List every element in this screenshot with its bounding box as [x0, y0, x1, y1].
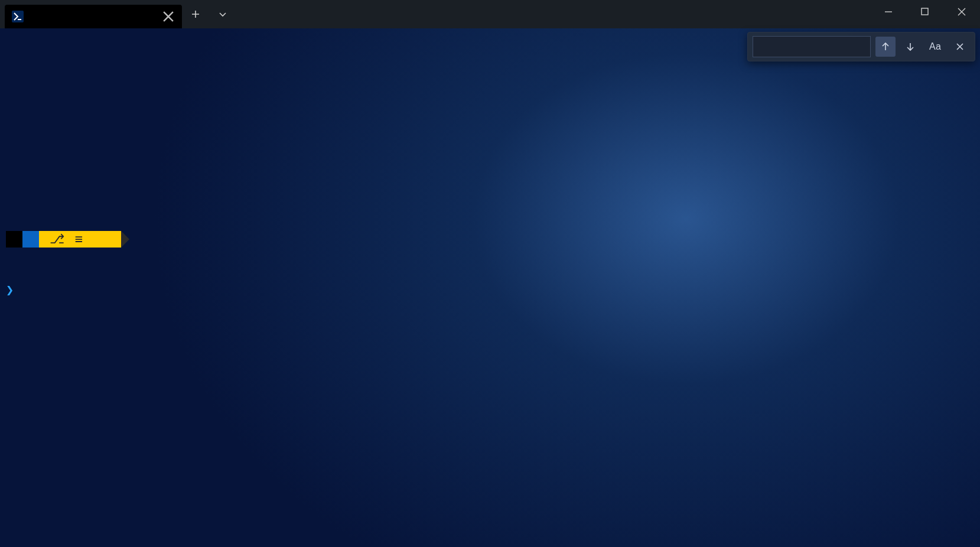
prompt-time — [971, 231, 974, 248]
prompt-user — [6, 231, 22, 248]
prompt-branch: ⎇ ≡ — [39, 231, 121, 248]
close-tab-button[interactable] — [162, 10, 175, 23]
minimize-button[interactable] — [870, 0, 907, 24]
find-close-button[interactable] — [950, 37, 970, 57]
find-matchcase-button[interactable]: Aa — [925, 37, 945, 57]
prompt-caret-icon: ❯ — [6, 282, 18, 297]
titlebar — [0, 0, 980, 28]
prompt-path — [22, 231, 39, 248]
new-tab-button[interactable] — [182, 2, 209, 26]
terminal-viewport[interactable]: Aa ⎇ ≡ ❯ ⎇ ≡ ❯ — [0, 28, 980, 547]
window-controls — [870, 0, 980, 24]
tab-actions — [182, 0, 236, 28]
prompt-line-1: ⎇ ≡ — [6, 231, 974, 248]
find-input[interactable] — [753, 36, 871, 57]
svg-rect-0 — [922, 8, 928, 15]
find-next-button[interactable] — [900, 37, 920, 57]
find-bar: Aa — [747, 32, 975, 61]
tabstrip — [0, 0, 182, 28]
close-window-button[interactable] — [943, 0, 980, 24]
powershell-icon — [12, 11, 24, 22]
tab-powershell[interactable] — [5, 5, 182, 28]
command-line-1: ❯ — [6, 282, 974, 298]
maximize-button[interactable] — [907, 0, 943, 24]
find-prev-button[interactable] — [875, 37, 896, 57]
tab-menu-button[interactable] — [209, 2, 236, 26]
